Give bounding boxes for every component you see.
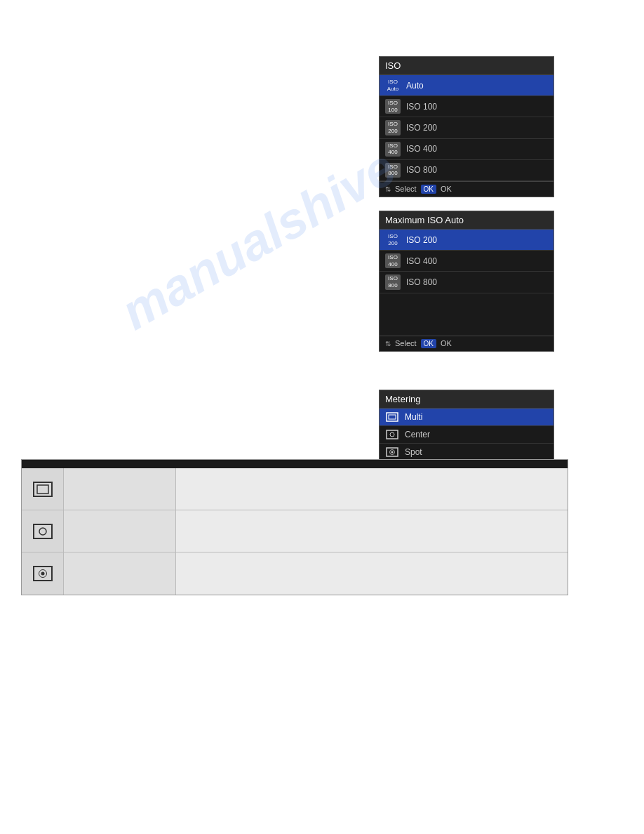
- max-select-arrows-icon: ⇅: [385, 340, 391, 348]
- table-header: [22, 460, 568, 468]
- iso-800-label: ISO 800: [406, 165, 437, 175]
- max-iso-800-label: ISO 800: [406, 277, 437, 287]
- table-row-multi: [22, 468, 568, 510]
- svg-rect-2: [387, 430, 398, 439]
- metering-panel-title: Metering: [380, 390, 554, 409]
- max-iso-select-label: Select: [395, 339, 417, 348]
- iso-panel-title: ISO: [380, 57, 554, 75]
- iso-400-label: ISO 400: [406, 144, 437, 154]
- svg-rect-1: [389, 415, 396, 419]
- table-multi-name: [64, 468, 176, 510]
- iso-ok-badge: OK: [421, 185, 436, 194]
- max-iso-ok-badge: OK: [421, 339, 436, 348]
- svg-rect-7: [34, 482, 52, 496]
- iso-auto-badge: ISOAuto: [385, 78, 401, 93]
- metering-center-item[interactable]: Center: [380, 426, 554, 444]
- svg-point-10: [39, 528, 46, 535]
- max-iso-800-item[interactable]: ISO800 ISO 800: [380, 272, 554, 293]
- metering-multi-label: Multi: [405, 412, 422, 422]
- max-iso-800-badge: ISO800: [385, 274, 401, 289]
- iso-ok-label: OK: [441, 185, 452, 193]
- max-iso-panel: Maximum ISO Auto ISO200 ISO 200 ISO400 I…: [379, 211, 554, 352]
- iso-100-item[interactable]: ISO100 ISO 100: [380, 96, 554, 117]
- table-row-spot: [22, 552, 568, 595]
- multi-metering-icon: [385, 411, 399, 423]
- svg-point-5: [391, 451, 394, 454]
- max-iso-400-badge: ISO400: [385, 253, 401, 268]
- max-iso-spacer2: [380, 315, 554, 336]
- iso-auto-item[interactable]: ISOAuto Auto: [380, 75, 554, 96]
- iso-400-badge: ISO400: [385, 142, 401, 157]
- table-spot-desc: [176, 552, 568, 595]
- iso-400-item[interactable]: ISO400 ISO 400: [380, 139, 554, 160]
- max-iso-400-label: ISO 400: [406, 256, 437, 266]
- svg-rect-8: [37, 485, 48, 494]
- iso-800-item[interactable]: ISO800 ISO 800: [380, 160, 554, 181]
- max-iso-spacer1: [380, 293, 554, 315]
- svg-rect-0: [387, 413, 398, 421]
- metering-center-label: Center: [405, 430, 430, 439]
- table-center-icon: [22, 510, 64, 552]
- table-center-name: [64, 510, 176, 552]
- max-iso-200-item[interactable]: ISO200 ISO 200: [380, 230, 554, 251]
- iso-100-badge: ISO100: [385, 99, 401, 114]
- max-iso-200-label: ISO 200: [406, 235, 437, 245]
- max-iso-ok-label: OK: [441, 339, 452, 348]
- table-multi-desc: [176, 468, 568, 510]
- iso-200-badge: ISO200: [385, 120, 401, 135]
- center-metering-icon: [385, 429, 399, 440]
- table-row-center: [22, 510, 568, 552]
- max-iso-panel-footer: ⇅ Select OK OK: [380, 336, 554, 351]
- iso-800-badge: ISO800: [385, 163, 401, 178]
- iso-panel-footer: ⇅ Select OK OK: [380, 181, 554, 197]
- iso-auto-label: Auto: [406, 81, 424, 91]
- iso-select-label: Select: [395, 185, 417, 193]
- watermark: manualshive: [112, 138, 405, 340]
- max-iso-200-badge: ISO200: [385, 232, 401, 247]
- max-iso-panel-title: Maximum ISO Auto: [380, 211, 554, 230]
- svg-point-12: [41, 572, 44, 576]
- spot-metering-icon: [385, 446, 399, 458]
- table-multi-icon: [22, 468, 64, 510]
- iso-200-label: ISO 200: [406, 123, 437, 133]
- table-spot-icon: [22, 552, 64, 595]
- iso-panel: ISO ISOAuto Auto ISO100 ISO 100 ISO200 I…: [379, 56, 554, 197]
- table-spot-name: [64, 552, 176, 595]
- svg-rect-9: [34, 524, 52, 538]
- max-iso-400-item[interactable]: ISO400 ISO 400: [380, 251, 554, 272]
- svg-point-3: [390, 432, 394, 437]
- metering-reference-table: [21, 459, 568, 595]
- iso-200-item[interactable]: ISO200 ISO 200: [380, 117, 554, 138]
- metering-spot-label: Spot: [405, 447, 422, 457]
- select-arrows-icon: ⇅: [385, 185, 391, 193]
- iso-100-label: ISO 100: [406, 102, 437, 112]
- table-center-desc: [176, 510, 568, 552]
- metering-multi-item[interactable]: Multi: [380, 409, 554, 426]
